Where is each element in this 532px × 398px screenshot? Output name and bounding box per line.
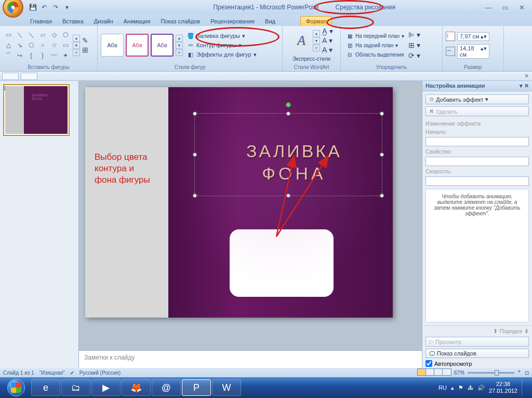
- bucket-icon: 🪣: [187, 32, 194, 39]
- height-input[interactable]: 7,97 см▴▾: [457, 32, 489, 41]
- start-select: [425, 137, 529, 146]
- shapes-gallery[interactable]: ▭＼＼▱◇⬡ △↘⬠○☆▭ ⌒↪{}〰✦: [3, 30, 71, 60]
- tray-volume-icon[interactable]: 🔊: [477, 385, 485, 391]
- tray-network-icon[interactable]: 🖧: [468, 385, 473, 391]
- wordart-gallery[interactable]: A: [290, 29, 313, 52]
- window-title: Презентация1 - Microsoft PowerPoint: [213, 4, 318, 11]
- group-wordart: Стили WordArt: [286, 63, 337, 70]
- tab-insert[interactable]: Вставка: [57, 17, 89, 26]
- minimize-icon[interactable]: —: [482, 4, 495, 11]
- slide-thumbnail[interactable]: ЗАЛИВКАФОНА: [3, 84, 70, 136]
- shape-style-3[interactable]: Абв: [151, 34, 174, 57]
- taskbar-explorer[interactable]: 🗂: [61, 379, 90, 396]
- shape-style-2[interactable]: Абв: [126, 34, 149, 57]
- taskbar-mail[interactable]: @: [152, 379, 181, 396]
- rotate-handle[interactable]: [286, 102, 291, 107]
- maximize-icon[interactable]: ▭: [499, 4, 511, 11]
- status-language[interactable]: Русский (Россия): [79, 370, 121, 376]
- text-effects-icon[interactable]: A ▾: [322, 46, 333, 54]
- outline-tab[interactable]: [2, 73, 19, 80]
- group-size: Размер: [446, 63, 500, 70]
- star-icon: ✩: [429, 96, 434, 103]
- property-select: [425, 157, 529, 166]
- tray-lang[interactable]: RU: [438, 385, 447, 391]
- view-buttons[interactable]: [418, 368, 451, 377]
- shape-effects-button[interactable]: ◧Эффекты для фигур ▾: [185, 50, 259, 59]
- close-pane-icon[interactable]: ✕: [524, 73, 529, 79]
- effects-icon: ◧: [187, 51, 194, 58]
- anim-close-icon[interactable]: ✕: [524, 83, 529, 89]
- tab-view[interactable]: Вид: [260, 17, 281, 26]
- slide-canvas[interactable]: ЗАЛИВКА ФОНА Выбор цветаконтура ифона фи…: [85, 87, 393, 318]
- pen-icon: ✏: [187, 42, 194, 49]
- anim-hint: Чтобы добавить анимацию, выделите элемен…: [425, 189, 529, 322]
- start-button[interactable]: [2, 377, 30, 398]
- shape-style-1[interactable]: Абв: [101, 34, 124, 57]
- bring-front-button[interactable]: ▦На передний план ▾: [344, 32, 406, 40]
- gallery-more-icon[interactable]: ▿: [73, 49, 80, 56]
- tray-action-icon[interactable]: ⚑: [458, 385, 463, 391]
- fit-icon[interactable]: ⊡: [525, 370, 529, 376]
- taskbar-powerpoint[interactable]: P: [182, 379, 211, 396]
- group-icon[interactable]: ⊞ ▾: [408, 41, 420, 49]
- gallery-down-icon[interactable]: ▾: [73, 42, 80, 49]
- text-outline-icon[interactable]: A ▾: [322, 36, 333, 45]
- content-placeholder[interactable]: [230, 229, 334, 297]
- selection-icon: ⊟: [346, 51, 353, 58]
- monitor-icon: 🖵: [429, 350, 435, 356]
- zoom-slider[interactable]: [468, 372, 514, 374]
- tab-review[interactable]: Рецензирование: [205, 17, 260, 26]
- taskbar-word[interactable]: W: [212, 379, 241, 396]
- anim-pane-title: Настройка анимации: [425, 83, 485, 89]
- save-icon[interactable]: 💾: [28, 3, 37, 12]
- speed-select: [425, 176, 529, 186]
- width-input[interactable]: 14,18 см▴▾: [457, 44, 489, 59]
- qat-menu-icon[interactable]: ▾: [62, 3, 72, 12]
- tray-flag-icon[interactable]: ▴: [451, 385, 454, 391]
- tab-slideshow[interactable]: Показ слайдов: [155, 17, 205, 26]
- property-label: Свойство:: [425, 148, 529, 155]
- show-desktop[interactable]: [522, 379, 527, 396]
- order-up-icon: ⬆: [493, 328, 498, 335]
- annotation-ellipse: [195, 27, 280, 47]
- autopreview-checkbox[interactable]: [425, 360, 432, 367]
- tab-design[interactable]: Дизайн: [89, 17, 118, 26]
- rotate-icon[interactable]: ⟳ ▾: [408, 51, 420, 60]
- ribbon-tabs: Главная Вставка Дизайн Анимация Показ сл…: [0, 15, 532, 26]
- selection-pane-button[interactable]: ⊟Область выделения: [344, 50, 406, 59]
- anim-menu-icon[interactable]: ▾: [520, 83, 523, 89]
- edit-shape-icon[interactable]: ✎: [82, 36, 88, 45]
- tab-animation[interactable]: Анимация: [118, 17, 156, 26]
- annotation-ellipse: [326, 16, 374, 29]
- group-shape-styles: Стили фигур: [101, 63, 279, 70]
- taskbar-firefox[interactable]: 🦊: [122, 379, 151, 396]
- taskbar-media[interactable]: ▶: [91, 379, 121, 396]
- slideshow-button[interactable]: 🖵Показ слайдов: [425, 349, 529, 358]
- textbox-icon[interactable]: ⊞: [82, 46, 88, 54]
- send-back-button[interactable]: ▥На задний план ▾: [344, 41, 406, 49]
- title-textbox[interactable]: [194, 113, 382, 196]
- group-arrange: Упорядочить: [344, 63, 439, 70]
- notes-pane[interactable]: Заметки к слайду: [79, 350, 422, 369]
- text-fill-icon[interactable]: A̲ ▾: [322, 27, 333, 35]
- slides-tab[interactable]: [21, 73, 37, 80]
- front-icon: ▦: [346, 32, 353, 39]
- group-insert-shapes: Вставить фигуры: [3, 63, 94, 70]
- align-icon[interactable]: ⊫ ▾: [408, 31, 420, 39]
- tray-clock[interactable]: 22:3827.01.2012: [489, 381, 517, 394]
- add-effect-button[interactable]: ✩Добавить эффект ▾: [425, 94, 529, 104]
- close-icon[interactable]: ✕: [515, 4, 528, 11]
- spellcheck-icon[interactable]: ✔: [70, 370, 74, 376]
- taskbar-ie[interactable]: e: [31, 379, 60, 396]
- tab-home[interactable]: Главная: [25, 17, 57, 26]
- play-icon: ▷: [429, 338, 433, 345]
- gallery-up-icon[interactable]: ▴: [73, 35, 80, 42]
- delete-effect-button: ✖Удалить: [425, 106, 529, 116]
- undo-icon[interactable]: ↶: [39, 3, 49, 12]
- height-icon: ↕: [446, 32, 455, 41]
- status-theme: "Изящная": [39, 370, 65, 376]
- animation-pane: Настройка анимации ▾ ✕ ✩Добавить эффект …: [422, 81, 532, 369]
- redo-icon[interactable]: ↷: [51, 3, 60, 12]
- order-down-icon: ⬇: [524, 328, 529, 335]
- start-label: Начало:: [425, 129, 529, 135]
